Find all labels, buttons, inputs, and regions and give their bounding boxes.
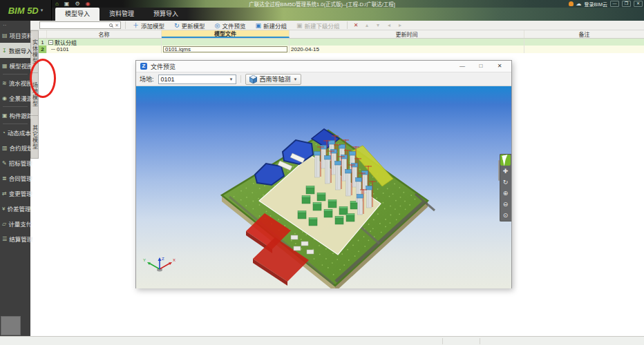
sidebar-item-icon: ≋ — [2, 80, 7, 86]
chevron-down-icon: ▼ — [294, 77, 298, 81]
gear-icon[interactable]: ⚙ — [75, 1, 79, 7]
model-file-input[interactable]: 0101.iqms — [163, 46, 287, 52]
login-bim-cloud[interactable]: 登录BIM云 — [585, 1, 607, 8]
site-dropdown-value: 0101 — [161, 76, 175, 83]
sidebar-item-3[interactable]: ≋流水视图 — [0, 75, 30, 90]
sidebar-bottom-panel — [1, 316, 21, 335]
column-header-name[interactable]: 名称 — [47, 30, 162, 38]
sidebar-item-10[interactable]: ⇄变更管理 — [0, 186, 30, 201]
sidebar-collapse-handle[interactable]: ‥ — [0, 21, 30, 28]
view-cube-icon — [249, 75, 257, 83]
delete-icon[interactable]: ✕ — [352, 21, 361, 30]
view-orientation-label: 西南等轴测 — [260, 75, 291, 83]
exit-icon[interactable]: ◉ — [86, 1, 91, 7]
toolbar-button-1[interactable]: ↻更新模型 — [171, 21, 208, 30]
search-input[interactable]: ✕ — [39, 21, 121, 29]
dialog-toolbar: 场地: 0101 ▼ 西南等轴测 ▼ — [136, 72, 511, 86]
new-subgroup-icon: ▣ — [296, 22, 303, 29]
axis-z-label: Z — [162, 257, 164, 261]
sidebar-item-icon: ◔ — [2, 130, 6, 136]
sidebar-item-5[interactable]: ▣构件跟踪 — [0, 108, 30, 123]
application-window: 广联达全过程BIM5D管理系统1.0(正式版)--[工程-D:/广联达/工程] … — [0, 0, 644, 345]
file-preview-dialog: Z 文件预览 — □ ✕ 场地: 0101 ▼ 西南等轴测 ▼ — [135, 60, 512, 288]
annotation-circle — [30, 59, 56, 98]
pan-tool[interactable]: ✚ — [500, 166, 511, 177]
sidebar-item-icon: ☰ — [2, 236, 7, 242]
ribbon-tab-0[interactable]: 模型导入 — [55, 8, 100, 21]
close-button[interactable]: ✕ — [634, 1, 643, 7]
sidebar-item-2[interactable]: ▦模型视图 — [0, 58, 30, 73]
toolbar-button-0[interactable]: ＋添加模型 — [130, 21, 167, 30]
model-file-cell: 0101.iqms — [162, 46, 290, 53]
update-model-icon: ↻ — [174, 22, 180, 29]
model-name: 0101 — [57, 46, 69, 52]
sidebar-item-label: 合同管理 — [9, 174, 32, 182]
sidebar-item-13[interactable]: ☰结算管理 — [0, 231, 30, 246]
cloud-icon: ☁ — [576, 1, 582, 7]
dialog-maximize-button[interactable]: □ — [473, 62, 489, 71]
toolbar-button-label: 文件预览 — [222, 21, 245, 30]
sidebar-item-7[interactable]: ▥合约规划 — [0, 140, 30, 155]
sidebar-item-12[interactable]: ▱计量支付 — [0, 216, 30, 231]
statusbar-divider — [442, 338, 443, 344]
orbit-tool[interactable]: ↻ — [500, 177, 511, 188]
palette-drag-handle[interactable] — [498, 160, 500, 181]
ribbon-tab-1[interactable]: 资料管理 — [100, 8, 144, 21]
shed — [307, 250, 314, 254]
statusbar-divider — [480, 338, 480, 344]
table-row-model[interactable]: 2 0101 0101.iqms 2020-04-15 — [39, 46, 644, 53]
toolbar-button-3[interactable]: ▣新建分组 — [252, 21, 290, 30]
sidebar-item-11[interactable]: ¥价差管理 — [0, 201, 30, 216]
sidebar-item-8[interactable]: ✎招标管理 — [0, 155, 30, 170]
maximize-button[interactable]: ❐ — [622, 1, 631, 7]
zoom-in-tool[interactable]: ⊕ — [500, 188, 511, 199]
sidebar-item-label: 模型视图 — [10, 61, 33, 70]
dialog-minimize-button[interactable]: — — [455, 62, 470, 71]
sidebar-item-icon: ✎ — [2, 160, 7, 166]
sidebar-item-label: 合约规划 — [10, 144, 33, 152]
toolbar-button-2[interactable]: ◎文件预览 — [212, 21, 249, 30]
clear-search-icon[interactable]: ✕ — [115, 23, 119, 28]
sidebar-item-icon: ▥ — [2, 145, 8, 151]
sidebar-item-6[interactable]: ◔动态成本 — [0, 125, 30, 140]
column-header-note[interactable]: 备注 — [524, 30, 644, 38]
dialog-close-button[interactable]: ✕ — [492, 62, 507, 71]
model-table: 名称 模型文件 更新时间 备注 1 − 默认分组 2 0101 0101.iqm… — [39, 30, 644, 53]
collapse-node-icon[interactable]: − — [48, 40, 53, 45]
ribbon-tab-2[interactable]: 预算导入 — [144, 8, 188, 21]
column-header-model-file[interactable]: 模型文件 — [162, 30, 290, 38]
sidebar-item-1[interactable]: ↧数据导入 — [0, 43, 30, 58]
view-orientation-button[interactable]: 西南等轴测 ▼ — [245, 74, 302, 85]
sidebar-item-icon: ↧ — [2, 48, 7, 54]
row-number: 1 — [39, 39, 47, 46]
home-icon[interactable]: ⌂ — [55, 1, 59, 7]
select-tool[interactable] — [500, 155, 511, 166]
axis-triad: X Y Z — [142, 255, 178, 278]
sidebar-item-label: 招标管理 — [9, 159, 32, 167]
move-up-icon: ▴ — [363, 21, 372, 30]
sidebar-divider — [3, 106, 28, 107]
title-bar: 广联达全过程BIM5D管理系统1.0(正式版)--[工程-D:/广联达/工程] … — [0, 0, 644, 8]
sidebar-item-4[interactable]: ◉全景漫游 — [0, 90, 30, 106]
3d-viewport[interactable]: X Y Z ✚↻⊕⊖⊙ — [136, 86, 511, 288]
save-icon[interactable]: ▣ — [64, 1, 70, 7]
viewport-tool-palette: ✚↻⊕⊖⊙ — [500, 154, 511, 221]
dialog-toolbar-separator — [240, 75, 241, 83]
sidebar-divider — [3, 124, 28, 124]
model-type-tab-2[interactable]: 其它模型 — [30, 116, 39, 159]
note-cell — [524, 46, 644, 53]
column-header-updated[interactable]: 更新时间 — [290, 30, 524, 38]
user-icon[interactable] — [569, 1, 574, 6]
dialog-title-bar[interactable]: Z 文件预览 — □ ✕ — [136, 61, 511, 72]
zoom-out-tool[interactable]: ⊖ — [500, 199, 511, 210]
app-logo[interactable]: BIM 5D ▾ — [0, 0, 52, 21]
zoom-fit-tool[interactable]: ⊙ — [500, 210, 511, 221]
search-icon — [109, 23, 113, 27]
sidebar-item-0[interactable]: ▤项目资料 — [0, 28, 30, 43]
sidebar-item-9[interactable]: ≣合同管理 — [0, 170, 30, 186]
minimize-button[interactable]: — — [610, 1, 619, 7]
new-group-icon: ▣ — [255, 22, 261, 29]
site-model-3d — [136, 86, 511, 288]
table-row-group[interactable]: 1 − 默认分组 — [39, 39, 644, 46]
site-dropdown[interactable]: 0101 ▼ — [158, 75, 236, 84]
